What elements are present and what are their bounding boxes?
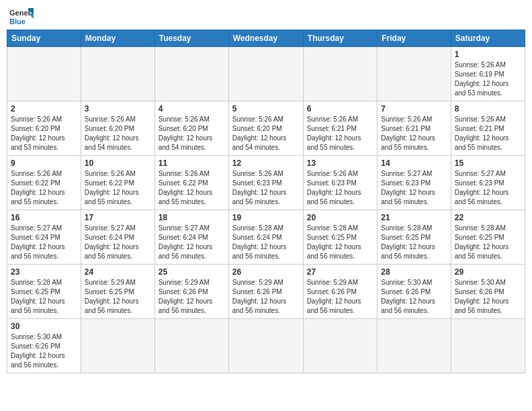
weekday-header-tuesday: Tuesday	[154, 30, 228, 47]
weekday-header-sunday: Sunday	[7, 30, 81, 47]
calendar-cell: 20Sunrise: 5:28 AM Sunset: 6:25 PM Dayli…	[303, 210, 377, 265]
day-info: Sunrise: 5:28 AM Sunset: 6:25 PM Dayligh…	[381, 224, 447, 261]
day-info: Sunrise: 5:27 AM Sunset: 6:24 PM Dayligh…	[11, 224, 77, 261]
calendar-cell: 29Sunrise: 5:30 AM Sunset: 6:26 PM Dayli…	[451, 265, 525, 319]
day-info: Sunrise: 5:30 AM Sunset: 6:26 PM Dayligh…	[381, 278, 447, 316]
day-number: 23	[11, 267, 77, 277]
calendar-cell	[228, 47, 303, 101]
calendar-cell	[81, 47, 154, 101]
calendar-cell: 10Sunrise: 5:26 AM Sunset: 6:22 PM Dayli…	[81, 156, 154, 210]
day-info: Sunrise: 5:26 AM Sunset: 6:22 PM Dayligh…	[85, 169, 151, 207]
day-number: 11	[159, 158, 225, 168]
calendar-cell: 25Sunrise: 5:29 AM Sunset: 6:26 PM Dayli…	[154, 265, 228, 319]
calendar-cell	[228, 319, 303, 373]
calendar-cell	[303, 47, 377, 101]
calendar-cell	[451, 319, 525, 373]
day-info: Sunrise: 5:26 AM Sunset: 6:21 PM Dayligh…	[307, 115, 373, 152]
day-number: 5	[232, 104, 300, 113]
weekday-header-wednesday: Wednesday	[228, 30, 303, 47]
calendar-cell: 14Sunrise: 5:27 AM Sunset: 6:23 PM Dayli…	[378, 156, 451, 210]
day-number: 7	[381, 104, 447, 113]
svg-text:Blue: Blue	[9, 17, 26, 26]
week-row-2: 2Sunrise: 5:26 AM Sunset: 6:20 PM Daylig…	[7, 101, 525, 156]
calendar-cell: 7Sunrise: 5:26 AM Sunset: 6:21 PM Daylig…	[378, 101, 451, 156]
day-number: 26	[232, 267, 300, 277]
day-info: Sunrise: 5:26 AM Sunset: 6:20 PM Dayligh…	[11, 115, 77, 152]
day-number: 3	[85, 104, 151, 113]
day-info: Sunrise: 5:27 AM Sunset: 6:23 PM Dayligh…	[455, 169, 521, 207]
week-row-3: 9Sunrise: 5:26 AM Sunset: 6:22 PM Daylig…	[7, 156, 525, 210]
calendar-cell: 3Sunrise: 5:26 AM Sunset: 6:20 PM Daylig…	[81, 101, 154, 156]
day-number: 22	[455, 213, 521, 222]
calendar-cell: 11Sunrise: 5:26 AM Sunset: 6:22 PM Dayli…	[154, 156, 228, 210]
day-info: Sunrise: 5:27 AM Sunset: 6:24 PM Dayligh…	[85, 224, 151, 261]
day-number: 6	[307, 104, 373, 113]
calendar-cell: 19Sunrise: 5:28 AM Sunset: 6:24 PM Dayli…	[228, 210, 303, 265]
calendar-cell: 2Sunrise: 5:26 AM Sunset: 6:20 PM Daylig…	[7, 101, 81, 156]
day-number: 8	[455, 104, 521, 113]
day-info: Sunrise: 5:26 AM Sunset: 6:23 PM Dayligh…	[307, 169, 373, 207]
day-number: 29	[455, 267, 521, 277]
week-row-6: 30Sunrise: 5:30 AM Sunset: 6:26 PM Dayli…	[7, 319, 525, 373]
weekday-header-row: SundayMondayTuesdayWednesdayThursdayFrid…	[7, 30, 525, 47]
calendar-cell: 9Sunrise: 5:26 AM Sunset: 6:22 PM Daylig…	[7, 156, 81, 210]
week-row-5: 23Sunrise: 5:28 AM Sunset: 6:25 PM Dayli…	[7, 265, 525, 319]
calendar-cell: 18Sunrise: 5:27 AM Sunset: 6:24 PM Dayli…	[154, 210, 228, 265]
calendar-cell: 28Sunrise: 5:30 AM Sunset: 6:26 PM Dayli…	[378, 265, 451, 319]
calendar-cell	[81, 319, 154, 373]
calendar-cell: 15Sunrise: 5:27 AM Sunset: 6:23 PM Dayli…	[451, 156, 525, 210]
day-info: Sunrise: 5:27 AM Sunset: 6:23 PM Dayligh…	[381, 169, 447, 207]
calendar-cell: 17Sunrise: 5:27 AM Sunset: 6:24 PM Dayli…	[81, 210, 154, 265]
day-number: 18	[159, 213, 225, 222]
calendar-cell: 8Sunrise: 5:26 AM Sunset: 6:21 PM Daylig…	[451, 101, 525, 156]
day-number: 24	[85, 267, 151, 277]
day-number: 28	[381, 267, 447, 277]
day-number: 9	[11, 158, 77, 168]
day-info: Sunrise: 5:26 AM Sunset: 6:23 PM Dayligh…	[232, 169, 300, 207]
calendar-cell: 12Sunrise: 5:26 AM Sunset: 6:23 PM Dayli…	[228, 156, 303, 210]
calendar-cell: 27Sunrise: 5:29 AM Sunset: 6:26 PM Dayli…	[303, 265, 377, 319]
weekday-header-friday: Friday	[378, 30, 451, 47]
day-number: 17	[85, 213, 151, 222]
calendar-table: SundayMondayTuesdayWednesdayThursdayFrid…	[7, 30, 525, 373]
day-number: 14	[381, 158, 447, 168]
week-row-4: 16Sunrise: 5:27 AM Sunset: 6:24 PM Dayli…	[7, 210, 525, 265]
calendar-cell: 24Sunrise: 5:29 AM Sunset: 6:25 PM Dayli…	[81, 265, 154, 319]
day-number: 13	[307, 158, 373, 168]
day-number: 27	[307, 267, 373, 277]
week-row-1: 1Sunrise: 5:26 AM Sunset: 6:19 PM Daylig…	[7, 47, 525, 101]
day-info: Sunrise: 5:26 AM Sunset: 6:20 PM Dayligh…	[232, 115, 300, 152]
day-info: Sunrise: 5:28 AM Sunset: 6:25 PM Dayligh…	[307, 224, 373, 261]
day-number: 30	[11, 322, 77, 331]
logo: General Blue	[9, 7, 34, 26]
day-info: Sunrise: 5:29 AM Sunset: 6:26 PM Dayligh…	[307, 278, 373, 316]
calendar-cell: 21Sunrise: 5:28 AM Sunset: 6:25 PM Dayli…	[378, 210, 451, 265]
calendar-cell: 16Sunrise: 5:27 AM Sunset: 6:24 PM Dayli…	[7, 210, 81, 265]
day-info: Sunrise: 5:29 AM Sunset: 6:25 PM Dayligh…	[85, 278, 151, 316]
day-info: Sunrise: 5:29 AM Sunset: 6:26 PM Dayligh…	[232, 278, 300, 316]
day-info: Sunrise: 5:26 AM Sunset: 6:21 PM Dayligh…	[381, 115, 447, 152]
day-info: Sunrise: 5:26 AM Sunset: 6:22 PM Dayligh…	[159, 169, 225, 207]
calendar-cell: 13Sunrise: 5:26 AM Sunset: 6:23 PM Dayli…	[303, 156, 377, 210]
day-info: Sunrise: 5:27 AM Sunset: 6:24 PM Dayligh…	[159, 224, 225, 261]
day-info: Sunrise: 5:26 AM Sunset: 6:20 PM Dayligh…	[159, 115, 225, 152]
calendar-cell	[378, 47, 451, 101]
day-info: Sunrise: 5:29 AM Sunset: 6:26 PM Dayligh…	[159, 278, 225, 316]
weekday-header-saturday: Saturday	[451, 30, 525, 47]
day-number: 16	[11, 213, 77, 222]
day-number: 21	[381, 213, 447, 222]
day-number: 10	[85, 158, 151, 168]
calendar-cell	[154, 319, 228, 373]
calendar-cell	[303, 319, 377, 373]
day-number: 20	[307, 213, 373, 222]
calendar-cell: 23Sunrise: 5:28 AM Sunset: 6:25 PM Dayli…	[7, 265, 81, 319]
calendar-body: 1Sunrise: 5:26 AM Sunset: 6:19 PM Daylig…	[7, 47, 525, 373]
calendar-cell: 30Sunrise: 5:30 AM Sunset: 6:26 PM Dayli…	[7, 319, 81, 373]
calendar-cell: 22Sunrise: 5:28 AM Sunset: 6:25 PM Dayli…	[451, 210, 525, 265]
day-info: Sunrise: 5:28 AM Sunset: 6:25 PM Dayligh…	[11, 278, 77, 316]
calendar-cell	[7, 47, 81, 101]
day-info: Sunrise: 5:26 AM Sunset: 6:20 PM Dayligh…	[85, 115, 151, 152]
day-number: 1	[455, 50, 521, 59]
day-number: 15	[455, 158, 521, 168]
calendar-cell: 26Sunrise: 5:29 AM Sunset: 6:26 PM Dayli…	[228, 265, 303, 319]
